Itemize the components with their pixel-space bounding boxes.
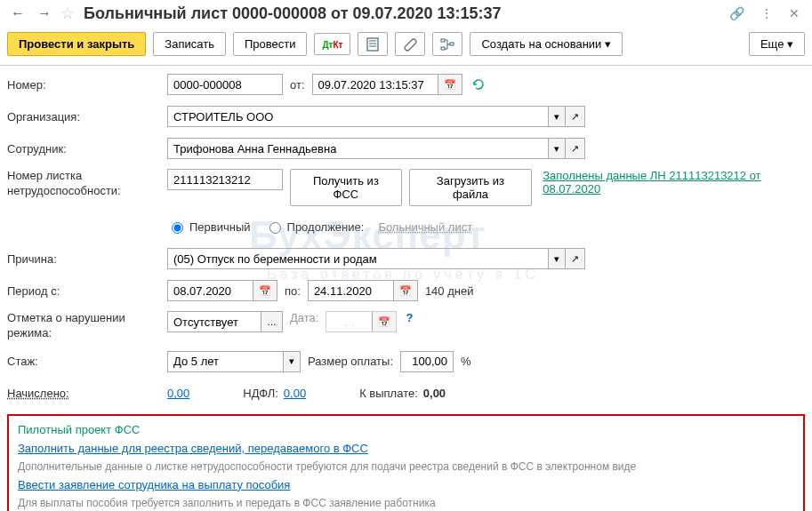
dropdown-button[interactable]: ▾: [548, 139, 565, 158]
period-from-input[interactable]: [168, 281, 253, 300]
load-from-file-button[interactable]: Загрузить из файлa: [409, 169, 532, 206]
ndfl-link[interactable]: 0,00: [278, 387, 306, 400]
period-to-field[interactable]: 📅: [308, 280, 418, 301]
label-employee: Сотрудник:: [7, 142, 167, 156]
get-from-fss-button[interactable]: Получить из ФСС: [290, 169, 402, 206]
fss-fill-registry-link[interactable]: Заполнить данные для реестра сведений, п…: [18, 442, 368, 455]
radio-continuation[interactable]: Продолжение:: [265, 220, 365, 234]
label-accrued: Начислено:: [7, 387, 167, 400]
reason-input[interactable]: [168, 249, 548, 268]
fss-enter-statement-link[interactable]: Ввести заявление сотрудника на выплату п…: [18, 478, 290, 491]
period-from-field[interactable]: 📅: [167, 280, 277, 301]
open-button[interactable]: ↗: [565, 249, 584, 268]
dropdown-button[interactable]: ▾: [548, 249, 565, 268]
help-icon[interactable]: ?: [397, 311, 413, 324]
star-icon[interactable]: ☆: [60, 4, 75, 23]
more-button[interactable]: Еще ▾: [749, 32, 805, 56]
label-violation-date: Дата:: [283, 311, 326, 324]
organization-field[interactable]: ▾ ↗: [167, 106, 585, 127]
chevron-down-icon: ▾: [787, 37, 793, 51]
label-ndfl: НДФЛ:: [189, 387, 278, 400]
kebab-icon[interactable]: ⋮: [755, 4, 778, 22]
fss-note-2: Для выплаты пособия требуется заполнить …: [18, 497, 794, 509]
period-to-input[interactable]: [309, 281, 393, 300]
violation-field[interactable]: …: [167, 311, 283, 332]
experience-field[interactable]: ▾: [167, 351, 301, 372]
dropdown-button[interactable]: ▾: [283, 352, 300, 371]
calendar-button[interactable]: 📅: [372, 312, 396, 331]
label-experience: Стаж:: [7, 355, 167, 368]
label-reason: Причина:: [7, 252, 167, 266]
sick-sheet-disabled-link: Больничный лист: [378, 220, 472, 234]
dtkt-button[interactable]: ДтКт: [314, 33, 350, 55]
form-body: Номер: от: 📅 Организация: ▾ ↗ Сотрудник:…: [0, 66, 812, 405]
type-radio-group: Первичный Продолжение: Больничный лист: [167, 220, 472, 234]
chevron-down-icon: ▾: [605, 37, 611, 51]
refresh-icon[interactable]: [462, 77, 486, 92]
radio-primary[interactable]: Первичный: [167, 220, 251, 234]
calendar-button[interactable]: 📅: [393, 281, 417, 300]
percent-sign: %: [454, 355, 478, 368]
title-bar: ← → ☆ Больничный лист 0000-000008 от 09.…: [0, 0, 812, 27]
document-icon-button[interactable]: [358, 32, 388, 56]
calendar-button[interactable]: 📅: [438, 75, 462, 94]
violation-date-input[interactable]: [326, 312, 372, 331]
document-lines-icon: [366, 37, 380, 52]
radio-continuation-input[interactable]: [269, 222, 281, 234]
forward-button[interactable]: →: [34, 4, 55, 23]
attachment-button[interactable]: [395, 32, 425, 56]
post-button[interactable]: Провести: [233, 32, 308, 56]
label-violation: Отметка о нарушении режима:: [7, 311, 167, 341]
experience-input[interactable]: [168, 352, 283, 371]
label-number: Номер:: [7, 78, 167, 92]
reason-field[interactable]: ▾ ↗: [167, 248, 585, 269]
paperclip-icon: [403, 37, 417, 52]
arrow-cycle-icon: [471, 77, 486, 92]
radio-primary-input[interactable]: [172, 222, 183, 234]
days-value: 140 дней: [418, 284, 481, 298]
calendar-button[interactable]: 📅: [253, 281, 277, 300]
label-to-pay: К выплате:: [306, 387, 418, 400]
label-period-to: по:: [277, 284, 308, 298]
toolbar: Провести и закрыть Записать Провести ДтК…: [0, 27, 812, 66]
fss-title: Пилотный проект ФСС: [18, 423, 794, 436]
label-period-from: Период с:: [7, 284, 167, 298]
post-and-close-button[interactable]: Провести и закрыть: [7, 32, 146, 56]
date-input[interactable]: [313, 75, 438, 94]
date-field[interactable]: 📅: [312, 74, 462, 95]
fss-pilot-box: Пилотный проект ФСС Заполнить данные для…: [7, 414, 805, 511]
svg-rect-0: [367, 38, 378, 51]
to-pay-value: 0,00: [418, 387, 446, 400]
dropdown-button[interactable]: ▾: [548, 107, 565, 126]
sheet-number-input[interactable]: [167, 169, 283, 190]
label-from: от:: [283, 78, 312, 92]
link-icon[interactable]: 🔗: [724, 4, 750, 22]
ellipsis-button[interactable]: …: [261, 312, 282, 331]
svg-rect-5: [441, 47, 445, 50]
violation-input[interactable]: [168, 312, 261, 331]
organization-input[interactable]: [168, 107, 548, 126]
close-icon[interactable]: ✕: [784, 4, 805, 22]
employee-field[interactable]: ▾ ↗: [167, 138, 585, 159]
write-button[interactable]: Записать: [153, 32, 226, 56]
label-sheet-number: Номер листка нетрудоспособности:: [7, 169, 167, 199]
employee-input[interactable]: [168, 139, 548, 158]
label-organization: Организация:: [7, 110, 167, 124]
violation-date-field[interactable]: 📅: [326, 311, 397, 332]
page-title: Больничный лист 0000-000008 от 09.07.202…: [80, 4, 719, 23]
create-based-button[interactable]: Создать на основании ▾: [470, 32, 623, 56]
pay-rate-input[interactable]: [400, 351, 454, 372]
open-button[interactable]: ↗: [565, 107, 584, 126]
svg-rect-6: [450, 43, 454, 45]
back-button[interactable]: ←: [7, 4, 28, 23]
open-button[interactable]: ↗: [565, 139, 584, 158]
fss-note-1: Дополнительные данные о листке нетрудосп…: [18, 460, 794, 473]
number-input[interactable]: [167, 74, 283, 95]
accrued-link[interactable]: 0,00: [167, 387, 189, 400]
svg-rect-4: [441, 39, 445, 42]
structure-button[interactable]: [432, 32, 462, 56]
ln-filled-link[interactable]: Заполнены данные ЛН 211113213212 от 08.0…: [543, 169, 805, 196]
tree-icon: [440, 37, 454, 52]
label-pay-rate: Размер оплаты:: [301, 355, 400, 368]
